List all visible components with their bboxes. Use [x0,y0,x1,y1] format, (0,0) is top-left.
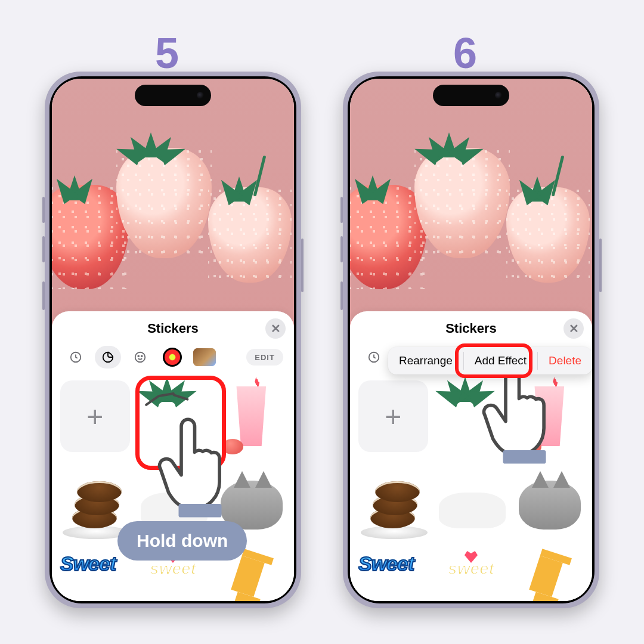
sticker-grid: + [52,372,294,601]
clock-icon [367,351,380,364]
plus-icon: + [86,400,103,433]
sticker-sweet-text[interactable]: Sweet [60,552,130,601]
sticker-peel-icon [101,351,114,364]
svg-point-3 [141,355,143,357]
dynamic-island [433,85,509,106]
sticker-sweet-text[interactable]: Sweet [358,552,428,601]
tab-recents[interactable] [361,346,387,369]
sweet-label: Sweet [60,552,116,575]
phone-step-5: Stickers ✕ [45,72,301,608]
tab-emoji[interactable] [127,346,153,369]
sticker-context-menu: Rearrange Add Effect Delete [388,347,592,374]
photo-preview [52,79,294,329]
add-sticker-button[interactable]: + [358,380,428,452]
stickers-panel: Stickers ✕ Rearrange [350,311,592,601]
sticker-smoothie[interactable] [514,380,584,458]
sticker-category-tabs: EDIT [52,346,294,372]
highlight-add-effect [455,343,532,378]
close-icon: ✕ [271,321,281,336]
edit-button[interactable]: EDIT [246,349,283,366]
panel-title: Stickers [52,321,294,336]
dynamic-island [135,85,211,106]
tab-recents[interactable] [63,346,89,369]
sticker-pixel-food[interactable] [514,552,584,601]
svg-point-1 [135,352,145,363]
clock-icon [69,351,82,364]
tutorial-stage: 5 6 [0,0,644,644]
hold-down-hint: Hold down [117,521,247,561]
step-number-5: 5 [143,29,191,78]
svg-point-2 [138,355,139,357]
phone-step-6: Stickers ✕ Rearrange [343,72,599,608]
menu-delete[interactable]: Delete [538,347,592,374]
plus-icon: + [385,400,401,433]
sticker-smoothie[interactable] [216,380,286,458]
sticker-kitten[interactable] [514,466,584,544]
close-icon: ✕ [569,321,579,336]
add-sticker-button[interactable]: + [60,380,130,452]
tab-pack-1[interactable] [159,346,185,369]
menu-rearrange[interactable]: Rearrange [388,347,463,374]
tab-stickers[interactable] [95,346,121,369]
sticker-pack-icon [193,348,216,366]
photo-preview [350,79,592,329]
screen-step-5: Stickers ✕ [52,79,294,601]
sticker-white-cat[interactable] [436,466,506,544]
step-number-6: 6 [441,29,489,78]
sticker-pack-icon [163,348,182,367]
screen-step-6: Stickers ✕ Rearrange [350,79,592,601]
sticker-sweet-heart[interactable]: sweet [436,552,506,601]
smiley-icon [134,351,147,364]
close-button[interactable]: ✕ [564,318,584,339]
sweet-label: Sweet [358,552,414,575]
sticker-donuts[interactable] [358,466,428,544]
panel-title: Stickers [350,321,592,336]
close-button[interactable]: ✕ [265,318,286,339]
sticker-grid: + [350,372,592,601]
sticker-strawberry[interactable] [138,380,208,458]
sticker-strawberry[interactable] [436,380,506,458]
tab-pack-2[interactable] [191,346,218,369]
